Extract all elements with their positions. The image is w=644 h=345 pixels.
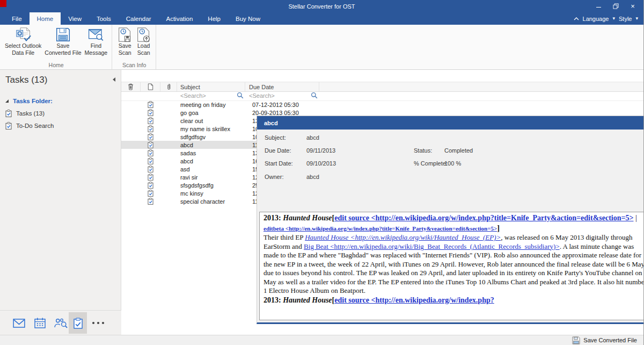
subject-cell: asd: [177, 166, 248, 172]
text-segment: Their third EP: [264, 233, 305, 241]
minimize-button[interactable]: [590, 0, 607, 12]
body-heading: 2013: Haunted House[edit source <http://…: [264, 213, 644, 233]
column-due-date[interactable]: Due Date: [245, 82, 319, 91]
subject-cell: sadas: [177, 150, 248, 156]
paperclip-icon: [166, 83, 172, 90]
task-icon: [148, 117, 153, 124]
subject-search-input[interactable]: <Search>: [177, 91, 245, 100]
due-date-value: 09/11/2013: [306, 147, 335, 154]
task-icon: [148, 182, 153, 189]
column-empty: [319, 82, 644, 91]
text-segment: Haunted House: [283, 296, 332, 304]
close-button[interactable]: ×: [624, 0, 641, 12]
wiki-link[interactable]: edit source <http://en.wikipedia.org/w/i…: [334, 214, 633, 222]
select-outlook-data-file-button[interactable]: Select OutlookData File: [3, 26, 43, 57]
task-icon: [148, 166, 153, 172]
status-value: Completed: [444, 147, 473, 154]
close-icon: ×: [631, 2, 635, 10]
ribbon-group-label: Scan Info: [115, 61, 153, 69]
start-date-label: Start Date:: [265, 160, 293, 167]
wiki-link[interactable]: edit source <http://en.wikipedia.org/w/i…: [334, 296, 494, 304]
subject-label: Subject:: [265, 134, 286, 141]
nav-mail-button[interactable]: [10, 312, 28, 334]
wiki-link[interactable]: editbeta <http://en.wikipedia.org/w/inde…: [264, 225, 497, 232]
sidebar-header: Tasks (13): [0, 70, 121, 89]
column-attachment[interactable]: [160, 82, 177, 91]
text-segment: ]: [497, 224, 500, 232]
tab-home[interactable]: Home: [30, 12, 61, 25]
window-controls: ×: [590, 0, 641, 12]
body-paragraph: Their third EP Haunted House <http://en.…: [264, 233, 644, 296]
expander-icon[interactable]: [5, 99, 9, 103]
minimize-icon: [596, 7, 601, 8]
tab-help[interactable]: Help: [200, 12, 228, 25]
tab-tools[interactable]: Tools: [89, 12, 119, 25]
caret-down-icon: ▾: [612, 16, 615, 21]
save-converted-file-button[interactable]: SaveConverted File: [43, 26, 83, 57]
tree-item-tasks-13[interactable]: Tasks (13): [0, 109, 121, 118]
nav-contacts-search-button[interactable]: [52, 312, 70, 334]
save-converted-file-status[interactable]: Save Converted File: [583, 337, 637, 343]
column-item-type[interactable]: [141, 82, 160, 91]
subject-cell: ravi sir: [177, 174, 248, 181]
recording-marker: [0, 0, 6, 7]
task-icon: [5, 122, 12, 130]
task-icon: [148, 198, 153, 205]
task-icon: [148, 149, 153, 156]
language-menu[interactable]: Language: [583, 16, 609, 22]
tab-buy-now[interactable]: Buy Now: [228, 12, 268, 25]
wiki-link[interactable]: Big Beat <http://en.wikipedia.org/wiki/B…: [304, 242, 560, 250]
body-heading-repeat: 2013: Haunted House[edit source <http://…: [264, 296, 644, 306]
style-menu[interactable]: Style: [619, 16, 632, 22]
column-delete[interactable]: [121, 82, 141, 91]
nav-calendar-button[interactable]: [31, 312, 49, 334]
ribbon-group-scan-info: SaveScanLoadScanScan Info: [112, 25, 156, 69]
task-icon: [148, 157, 153, 164]
search-icon[interactable]: [311, 92, 318, 99]
text-segment: 2013:: [264, 214, 283, 222]
task-icon: [148, 125, 153, 132]
collapse-pane-icon[interactable]: [113, 77, 115, 82]
subject-cell: go goa: [177, 110, 248, 116]
ribbon-group-label: Home: [3, 61, 109, 69]
wiki-link[interactable]: Haunted House <http://en.wikipedia.org/w…: [305, 233, 501, 241]
status-label: Status:: [414, 147, 432, 154]
folder-tree: Tasks Folder: Tasks (13)To-Do Search: [0, 89, 121, 131]
percent-complete-label: % Complete:: [414, 160, 448, 167]
app-title: Stellar Converter for OST: [288, 3, 355, 10]
search-icon[interactable]: [237, 92, 244, 99]
tree-item-to-do-search[interactable]: To-Do Search: [0, 121, 121, 131]
tree-root-tasks-folder[interactable]: Tasks Folder:: [0, 96, 121, 106]
nav-tasks-button[interactable]: [69, 312, 87, 334]
column-subject[interactable]: Subject: [177, 82, 245, 91]
due-date-search-input[interactable]: <Search>: [245, 91, 319, 100]
subject-cell: sdfgdfsgv: [177, 134, 248, 140]
menu-tab-bar: FileHomeViewToolsCalendarActivationHelpB…: [0, 12, 643, 25]
table-row[interactable]: meeting on friday07-12-2012 05:30: [121, 100, 644, 109]
table-search-row: <Search> <Search>: [121, 91, 644, 101]
ribbon: Select OutlookData FileSaveConverted Fil…: [0, 25, 643, 70]
find-message-button[interactable]: FindMessage: [83, 26, 109, 57]
dialog-title-bar[interactable]: abcd: [257, 116, 644, 130]
save-file-icon: [55, 27, 71, 42]
tab-file[interactable]: File: [4, 12, 30, 25]
chevron-up-icon[interactable]: [574, 17, 579, 20]
restore-icon: [613, 3, 619, 9]
subject-cell: abcd: [177, 142, 248, 148]
dialog-title: abcd: [264, 120, 278, 126]
people-search-icon: [54, 318, 68, 328]
task-icon: [148, 141, 153, 148]
tab-view[interactable]: View: [61, 12, 89, 25]
restore-button[interactable]: [607, 0, 624, 12]
status-bar: Save Converted File: [0, 335, 643, 345]
owner-label: Owner:: [265, 174, 283, 180]
nav-more-button[interactable]: [89, 312, 107, 334]
document-icon: [148, 83, 153, 90]
percent-complete-value: 100 %: [444, 160, 461, 167]
save-scan-button[interactable]: SaveScan: [115, 26, 134, 57]
tab-activation[interactable]: Activation: [158, 12, 200, 25]
title-bar[interactable]: Stellar Converter for OST: [0, 0, 643, 12]
load-scan-button[interactable]: LoadScan: [134, 26, 153, 57]
subject-cell: abcd: [177, 158, 248, 164]
tab-calendar[interactable]: Calendar: [119, 12, 159, 25]
